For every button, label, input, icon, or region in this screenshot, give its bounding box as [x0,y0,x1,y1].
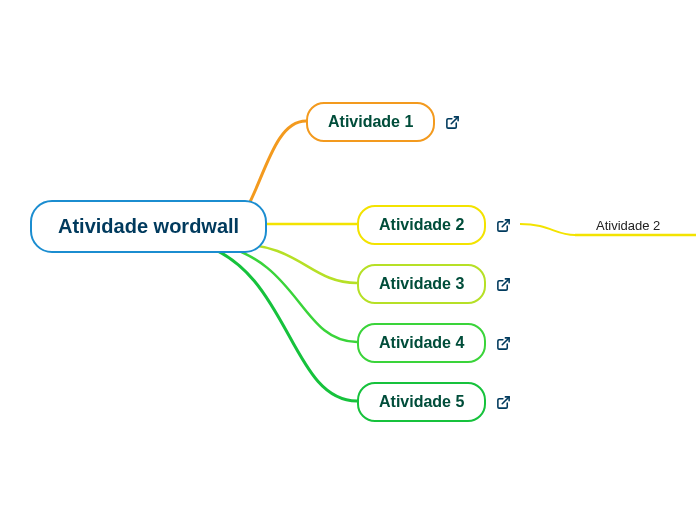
child-node-2[interactable]: Atividade 2 [357,205,511,245]
child-node-5[interactable]: Atividade 5 [357,382,511,422]
child-label-4: Atividade 4 [357,323,486,363]
root-label: Atividade wordwall [30,200,267,253]
child-label-5: Atividade 5 [357,382,486,422]
external-link-icon[interactable] [496,277,511,292]
svg-line-3 [503,337,510,344]
svg-line-0 [452,116,459,123]
root-node[interactable]: Atividade wordwall [30,200,267,253]
external-link-icon[interactable] [496,336,511,351]
mindmap-canvas: Atividade wordwall Atividade 1 Atividade… [0,0,696,520]
svg-line-4 [503,396,510,403]
svg-line-1 [503,219,510,226]
external-link-icon[interactable] [496,218,511,233]
connector-4 [215,244,357,342]
connectors-layer [0,0,696,520]
child-label-1: Atividade 1 [306,102,435,142]
connector-5 [200,244,357,401]
leaf-node[interactable]: Atividade 2 [596,218,660,233]
external-link-icon[interactable] [445,115,460,130]
child-node-3[interactable]: Atividade 3 [357,264,511,304]
child-label-2: Atividade 2 [357,205,486,245]
child-node-4[interactable]: Atividade 4 [357,323,511,363]
svg-line-2 [503,278,510,285]
child-label-3: Atividade 3 [357,264,486,304]
leaf-label: Atividade 2 [596,218,660,233]
child-node-1[interactable]: Atividade 1 [306,102,460,142]
connector-leaf [520,224,575,235]
external-link-icon[interactable] [496,395,511,410]
